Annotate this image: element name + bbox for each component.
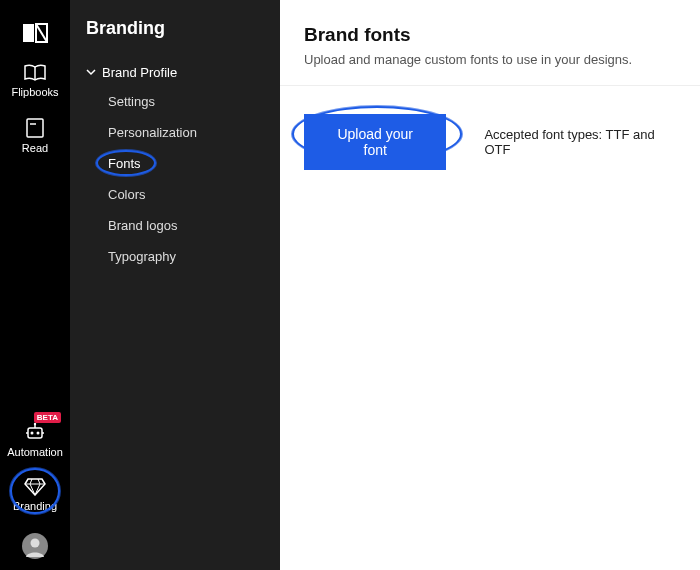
tree-parent-brand-profile[interactable]: Brand Profile: [86, 59, 264, 86]
tree-item-settings[interactable]: Settings: [86, 86, 264, 117]
upload-row: Upload your font Accepted font types: TT…: [304, 114, 676, 170]
open-book-icon: [23, 64, 47, 82]
nav-item-flipbooks[interactable]: Flipbooks: [5, 54, 65, 108]
page-icon: [26, 118, 44, 138]
nav-label: Read: [22, 142, 48, 154]
beta-badge: BETA: [34, 412, 61, 423]
svg-point-5: [37, 432, 40, 435]
svg-rect-3: [28, 428, 42, 438]
upload-font-button[interactable]: Upload your font: [304, 114, 446, 170]
page-subtitle: Upload and manage custom fonts to use in…: [304, 52, 676, 67]
logo-icon: [22, 22, 48, 44]
nav-item-branding[interactable]: Branding: [5, 468, 65, 522]
tree-item-brand-logos[interactable]: Brand logos: [86, 210, 264, 241]
main-content: Brand fonts Upload and manage custom fon…: [280, 0, 700, 570]
tree-item-typography[interactable]: Typography: [86, 241, 264, 272]
nav-item-account[interactable]: [5, 522, 65, 570]
svg-point-4: [31, 432, 34, 435]
tree-item-personalization[interactable]: Personalization: [86, 117, 264, 148]
user-avatar-icon: [21, 532, 49, 560]
chevron-down-icon: [86, 65, 96, 80]
nav-item-read[interactable]: Read: [5, 108, 65, 164]
nav-label: Automation: [7, 446, 63, 458]
tree-item-label: Personalization: [108, 125, 197, 140]
tree-item-label: Settings: [108, 94, 155, 109]
tree-item-fonts[interactable]: Fonts: [86, 148, 264, 179]
tree-item-label: Brand logos: [108, 218, 177, 233]
page-title: Brand fonts: [304, 24, 676, 46]
tree-item-label: Typography: [108, 249, 176, 264]
nav-label: Branding: [13, 500, 57, 512]
tree-item-label: Fonts: [108, 156, 141, 171]
tree-item-label: Colors: [108, 187, 146, 202]
nav-label: Flipbooks: [11, 86, 58, 98]
divider: [280, 85, 700, 86]
svg-point-7: [34, 423, 36, 425]
app-logo[interactable]: [5, 12, 65, 54]
nav-item-automation[interactable]: BETA Automation: [5, 412, 65, 468]
accepted-types-text: Accepted font types: TTF and OTF: [484, 127, 676, 157]
robot-icon: [24, 422, 46, 442]
tree-parent-label: Brand Profile: [102, 65, 177, 80]
svg-point-11: [31, 539, 40, 548]
diamond-icon: [24, 478, 46, 496]
svg-rect-1: [27, 119, 43, 137]
secondary-nav-panel: Branding Brand Profile Settings Personal…: [70, 0, 280, 570]
tree-item-colors[interactable]: Colors: [86, 179, 264, 210]
nav-rail: Flipbooks Read BETA Automation: [0, 0, 70, 570]
panel-title: Branding: [86, 18, 264, 39]
